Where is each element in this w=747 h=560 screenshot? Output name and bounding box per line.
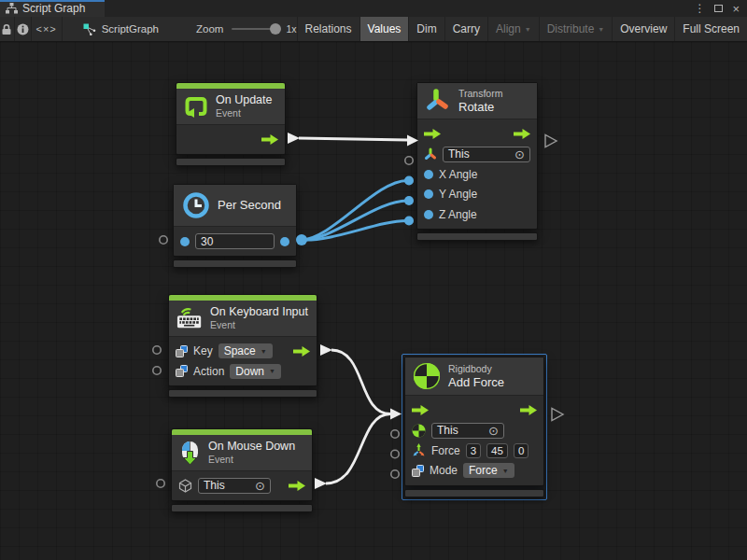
- overview-button[interactable]: Overview: [612, 17, 674, 41]
- flow-input-port[interactable]: [424, 129, 441, 139]
- rigidbody-mini-icon: [412, 424, 426, 438]
- panel-menu-icon[interactable]: ⋮: [694, 2, 705, 15]
- code-icon: <×>: [35, 23, 56, 35]
- graph-canvas[interactable]: On Update Event: [0, 42, 747, 560]
- node-title: On Mouse Down: [208, 440, 295, 454]
- add-force-this-field[interactable]: This ⊙: [431, 423, 504, 439]
- wire-end-dot: [404, 196, 414, 205]
- wire-end-dot: [404, 176, 414, 186]
- gameobject-cube-icon: [178, 479, 192, 493]
- info-button[interactable]: [15, 17, 32, 41]
- unconnected-flow-triangle[interactable]: [552, 409, 563, 421]
- close-icon[interactable]: ×: [732, 3, 740, 15]
- per-second-input-port[interactable]: [180, 237, 190, 246]
- mouse-target-field[interactable]: This ⊙: [198, 478, 271, 494]
- on-update-icon: [184, 95, 208, 118]
- node-on-keyboard-input[interactable]: On Keyboard Input Event Key Space ▼: [168, 294, 317, 398]
- maximize-icon[interactable]: [714, 5, 723, 12]
- wire-persecond-to-yangle[interactable]: [302, 201, 407, 240]
- unconnected-port-ring[interactable]: [391, 470, 399, 478]
- flow-output-port[interactable]: [293, 346, 310, 357]
- force-y-field[interactable]: 45: [486, 443, 508, 458]
- flow-input-port[interactable]: [412, 405, 429, 415]
- wire-update-to-rotate[interactable]: [299, 138, 408, 140]
- graph-name-text: ScriptGraph: [102, 23, 159, 35]
- node-footer: [176, 158, 286, 166]
- lock-button[interactable]: [0, 17, 15, 41]
- chevron-down-icon: ▼: [269, 368, 275, 374]
- node-footer: [168, 389, 317, 398]
- unconnected-port-ring[interactable]: [153, 346, 161, 354]
- force-z-field[interactable]: 0: [514, 443, 529, 458]
- unconnected-port-ring[interactable]: [157, 480, 164, 487]
- per-second-value-field[interactable]: 30: [195, 233, 275, 249]
- action-dropdown[interactable]: Down ▼: [230, 364, 281, 379]
- script-graph-icon: [83, 23, 96, 35]
- values-button[interactable]: Values: [359, 17, 409, 41]
- flow-output-port[interactable]: [261, 134, 278, 145]
- dim-button[interactable]: Dim: [408, 17, 444, 41]
- wire-persecond-to-zangle[interactable]: [302, 221, 407, 241]
- wire-keyboard-to-addforce[interactable]: [331, 350, 390, 414]
- x-angle-port[interactable]: [424, 170, 433, 179]
- z-angle-port[interactable]: [424, 210, 433, 219]
- node-title: Per Second: [218, 198, 281, 213]
- unconnected-port-ring[interactable]: [391, 450, 399, 457]
- node-title: Rotate: [458, 100, 502, 115]
- clock-icon: [182, 191, 210, 219]
- connection-wires: [0, 42, 747, 560]
- per-second-output-port[interactable]: [280, 237, 289, 246]
- flow-output-port[interactable]: [289, 481, 305, 491]
- unconnected-flow-triangle[interactable]: [545, 135, 557, 147]
- wire-start-arrow: [320, 344, 332, 356]
- code-view-button[interactable]: <×>: [32, 17, 63, 41]
- unconnected-port-ring[interactable]: [160, 236, 167, 244]
- full-screen-button[interactable]: Full Screen: [674, 17, 747, 41]
- target-picker-icon[interactable]: ⊙: [514, 148, 525, 161]
- chevron-down-icon: ▼: [598, 26, 604, 33]
- chevron-down-icon: ▼: [502, 468, 509, 474]
- relations-button[interactable]: Relations: [297, 17, 359, 41]
- mode-dropdown[interactable]: Force ▼: [463, 463, 514, 478]
- unconnected-port-ring[interactable]: [405, 157, 413, 164]
- enum-icon: [412, 465, 424, 477]
- node-add-force[interactable]: Rigidbody Add Force: [404, 357, 544, 497]
- unconnected-port-ring[interactable]: [391, 430, 399, 438]
- node-title: On Update: [216, 93, 272, 107]
- wire-junction-dot: [296, 234, 307, 245]
- wire-mouse-to-addforce[interactable]: [326, 414, 390, 484]
- node-add-force-selection: Rigidbody Add Force: [402, 354, 547, 500]
- tab-script-graph[interactable]: Script Graph: [0, 0, 105, 17]
- node-subtitle: Event: [210, 319, 308, 331]
- wire-start-arrow: [315, 478, 327, 489]
- y-angle-port[interactable]: [424, 189, 433, 199]
- node-footer: [171, 504, 313, 512]
- flow-output-port[interactable]: [514, 129, 530, 139]
- wire-end-dot: [404, 217, 414, 226]
- chevron-down-icon: ▼: [525, 26, 531, 33]
- key-dropdown[interactable]: Space ▼: [218, 343, 273, 358]
- rotate-this-field[interactable]: This ⊙: [443, 147, 530, 162]
- target-picker-icon[interactable]: ⊙: [255, 480, 265, 492]
- node-subtitle: Event: [208, 454, 295, 466]
- wire-persecond-to-xangle[interactable]: [302, 181, 407, 241]
- force-x-field[interactable]: 3: [466, 443, 481, 458]
- node-per-second[interactable]: Per Second 30: [173, 184, 297, 268]
- node-on-update[interactable]: On Update Event: [176, 82, 286, 166]
- node-title: Add Force: [448, 375, 504, 390]
- wire-start-arrow: [288, 133, 300, 144]
- zoom-slider[interactable]: [232, 28, 276, 30]
- tab-bar: Script Graph ⋮ ×: [0, 0, 747, 17]
- align-button[interactable]: Align▼: [487, 17, 539, 41]
- chevron-down-icon: ▼: [261, 348, 267, 355]
- lock-icon: [1, 23, 12, 35]
- carry-button[interactable]: Carry: [444, 17, 487, 41]
- vector3-icon: [412, 443, 426, 457]
- flow-output-port[interactable]: [520, 405, 537, 415]
- zoom-slider-handle[interactable]: [270, 23, 281, 35]
- node-rotate[interactable]: Transform Rotate: [416, 82, 538, 241]
- node-on-mouse-down[interactable]: On Mouse Down Event This ⊙: [171, 428, 313, 512]
- unconnected-port-ring[interactable]: [153, 367, 161, 374]
- target-picker-icon[interactable]: ⊙: [488, 425, 499, 437]
- distribute-button[interactable]: Distribute▼: [539, 17, 613, 41]
